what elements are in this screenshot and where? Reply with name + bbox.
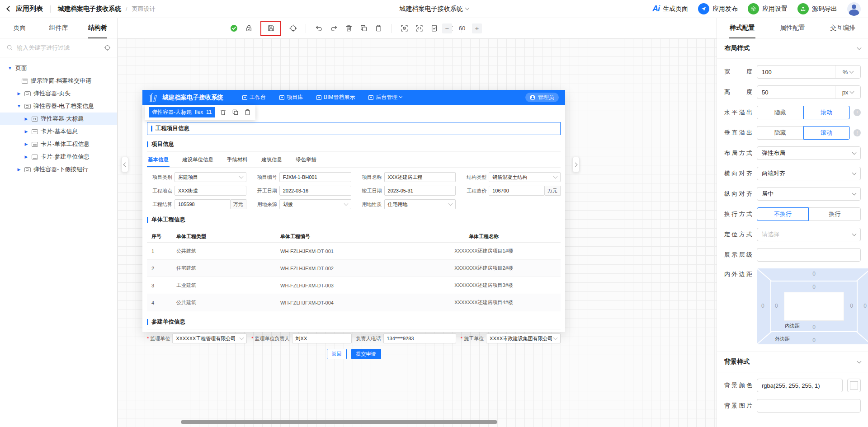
no-wrap-option[interactable]: 不换行: [757, 207, 809, 221]
preview-eye-icon[interactable]: [400, 24, 408, 33]
copy-icon[interactable]: [359, 24, 368, 33]
width-unit-select[interactable]: %: [835, 66, 860, 78]
zoom-out-button[interactable]: −: [442, 23, 452, 33]
padding-right-value[interactable]: 0: [850, 303, 853, 309]
project-category-select[interactable]: 房建项目: [175, 172, 246, 182]
user-role-badge[interactable]: 管理员: [525, 93, 559, 102]
overflow-y-scroll-option[interactable]: 滚动: [803, 126, 850, 140]
tree-item-page[interactable]: ▼ 页面: [0, 62, 117, 75]
paste-icon[interactable]: [374, 24, 382, 33]
delete-element-icon[interactable]: [219, 108, 227, 117]
margin-right-value[interactable]: 0: [863, 303, 867, 309]
project-code-input[interactable]: FJXM-1-BH001: [279, 172, 351, 182]
tab-structure-tree[interactable]: 结构树: [78, 18, 117, 38]
margin-left-value[interactable]: 0: [761, 303, 764, 309]
collapse-icon[interactable]: ▶: [16, 91, 22, 96]
nav-project-library[interactable]: 项目库: [279, 94, 303, 101]
collapse-icon[interactable]: ▶: [24, 142, 29, 146]
layout-mode-select[interactable]: 弹性布局: [757, 146, 861, 160]
expand-icon[interactable]: ▼: [7, 66, 13, 70]
collapse-icon[interactable]: ▶: [24, 155, 29, 159]
background-style-section-header[interactable]: 背景样式: [717, 352, 868, 372]
source-code-icon[interactable]: [415, 24, 423, 33]
tab-components[interactable]: 组件库: [39, 18, 78, 38]
bg-color-input[interactable]: rgba(255, 255, 255, 1): [757, 379, 843, 392]
padding-bottom-value[interactable]: 0: [812, 324, 816, 330]
land-use-select[interactable]: 住宅用地: [384, 199, 456, 209]
nav-admin[interactable]: 后台管理: [368, 94, 402, 101]
validate-ok-icon[interactable]: [230, 24, 238, 33]
selected-element-tag[interactable]: 弹性容器-大标题_flex_11: [149, 107, 215, 117]
box-model-diagram[interactable]: 0 0 0 0 0 0 内边距 0 外边距 0: [757, 268, 868, 344]
tab-interaction-config[interactable]: 交互编排: [818, 18, 868, 38]
bg-image-input[interactable]: [757, 399, 861, 413]
app-settings-button[interactable]: 应用设置: [748, 3, 788, 14]
app-publish-button[interactable]: 应用发布: [698, 3, 738, 14]
horizontal-scrollbar[interactable]: [181, 420, 497, 424]
justify-select[interactable]: 两端对齐: [757, 167, 861, 180]
wrap-option[interactable]: 换行: [809, 207, 861, 221]
tab-property-config[interactable]: 属性配置: [767, 18, 817, 38]
expand-icon[interactable]: ▼: [16, 104, 22, 108]
preview-app-header[interactable]: 城建档案电子接收系统 工作台 项目库 BIM管档展示: [142, 90, 565, 105]
back-submit-button[interactable]: 返回: [327, 349, 347, 359]
padding-left-value[interactable]: 0: [775, 303, 778, 309]
project-settlement-input[interactable]: 105598: [175, 199, 231, 209]
generate-page-button[interactable]: Ai 生成页面: [652, 4, 688, 14]
project-name-input[interactable]: XXX还建房工程: [384, 172, 456, 182]
overflow-y-hide-option[interactable]: 隐藏: [757, 126, 803, 140]
overflow-x-hide-option[interactable]: 隐藏: [757, 106, 803, 119]
user-avatar[interactable]: [847, 2, 861, 16]
tree-item-flex-earchive-info[interactable]: ▼ 弹性容器-电子档案信息: [0, 100, 117, 113]
table-row[interactable]: 1 公共建筑 WH-FZLHJFXM-DT-001 XXXXXXX还建房项目1#…: [147, 243, 561, 260]
source-export-button[interactable]: 源码导出: [797, 3, 837, 14]
nav-bim-display[interactable]: BIM管档展示: [316, 94, 355, 101]
height-input[interactable]: 50 px: [757, 85, 861, 99]
back-button[interactable]: 应用列表: [16, 5, 43, 13]
z-index-input[interactable]: [757, 248, 861, 262]
canvas-grid[interactable]: 城建档案电子接收系统 工作台 项目库 BIM管档展示: [118, 38, 717, 427]
undo-icon[interactable]: [315, 24, 323, 33]
selected-big-title-container[interactable]: 工程项目信息: [147, 122, 561, 135]
margin-top-value[interactable]: 0: [812, 271, 816, 277]
table-row[interactable]: 2 住宅建筑 WH-FZLHJFXM-DT-002 XXXXXXX还建房项目2#…: [147, 260, 561, 277]
completion-date-input[interactable]: 2023-05-31: [384, 186, 456, 196]
paste-element-icon[interactable]: [243, 108, 251, 117]
collapse-icon[interactable]: ▶: [24, 129, 29, 134]
subsection-participants[interactable]: 参建单位信息: [147, 315, 561, 329]
tab-style-config[interactable]: 样式配置: [717, 18, 767, 38]
collapse-icon[interactable]: ▶: [16, 167, 22, 172]
save-icon[interactable]: [267, 24, 275, 33]
project-location-input[interactable]: XXX街道: [175, 186, 246, 196]
margin-bottom-value[interactable]: 0: [812, 337, 816, 343]
land-source-select[interactable]: 划拨: [279, 199, 351, 209]
tree-item-flex-big-title[interactable]: ▶ 弹性容器-大标题: [0, 113, 117, 125]
tab-green-measures[interactable]: 绿色举措: [295, 153, 317, 167]
layout-style-section-header[interactable]: 布局样式: [717, 38, 868, 59]
tab-pages[interactable]: 页面: [0, 18, 39, 38]
breadcrumb-app-name[interactable]: 城建档案电子接收系统: [58, 5, 121, 13]
supervision-manager-input[interactable]: 刘XX: [292, 333, 352, 343]
height-unit-select[interactable]: px: [835, 86, 860, 99]
align-select[interactable]: 居中: [757, 187, 861, 201]
target-icon[interactable]: [289, 24, 297, 33]
padding-top-value[interactable]: 0: [812, 284, 816, 290]
structure-type-select[interactable]: 钢筋混凝土结构: [489, 172, 561, 182]
construction-unit-select[interactable]: XXXX市政建设集团有限公司: [486, 333, 561, 343]
subsection-unit-projects[interactable]: 单体工程信息: [147, 213, 561, 227]
page-check-icon[interactable]: [430, 24, 438, 33]
manager-phone-input[interactable]: 134****9283: [383, 333, 456, 343]
tree-item-modal-archive-transfer[interactable]: 提示弹窗-档案移交申请: [0, 75, 117, 87]
supervision-unit-select[interactable]: XXXXXX工程管理有限公司: [172, 333, 247, 343]
position-select[interactable]: 请选择: [757, 228, 861, 241]
tree-item-flex-bottom-buttons[interactable]: ▶ 弹性容器-下侧按钮行: [0, 163, 117, 176]
locate-icon[interactable]: [104, 44, 111, 51]
expand-right-handle[interactable]: [572, 157, 580, 172]
table-row[interactable]: 3 工业建筑 WH-FZLHJFXM-DT-003 XXXXXXX还建房项目3#…: [147, 277, 561, 294]
nav-workbench[interactable]: 工作台: [242, 94, 266, 101]
submit-application-button[interactable]: 提交申请: [351, 349, 381, 359]
redo-icon[interactable]: [330, 24, 338, 33]
tab-basic-info[interactable]: 基本信息: [147, 153, 170, 167]
tree-item-flex-page-header[interactable]: ▶ 弹性容器-页头: [0, 87, 117, 100]
overflow-x-scroll-option[interactable]: 滚动: [803, 106, 850, 119]
